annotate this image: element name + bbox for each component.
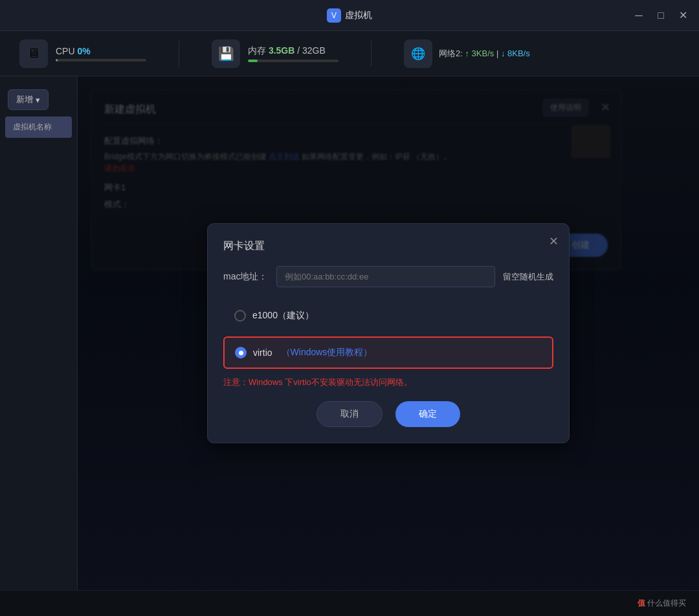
virtio-link[interactable]: （Windows使用教程）: [282, 347, 373, 358]
app-icon: V: [327, 8, 341, 23]
cancel-button[interactable]: 取消: [316, 401, 383, 427]
network-down: ↓ 8KB/s: [501, 49, 530, 58]
title-bar: V 虚拟机 ─ □ ✕: [0, 0, 699, 31]
ram-label: 内存 3.5GB / 32GB: [248, 45, 338, 57]
app-title-text: 虚拟机: [345, 10, 372, 21]
modal-footer: 取消 确定: [223, 401, 553, 427]
mac-random-button[interactable]: 留空随机生成: [503, 271, 553, 283]
ram-used: 3.5GB: [269, 45, 294, 56]
divider-1: [179, 41, 179, 67]
maximize-button[interactable]: □: [655, 10, 667, 21]
ram-status: 💾 内存 3.5GB / 32GB: [212, 39, 338, 68]
modal-title: 网卡设置: [223, 239, 553, 253]
divider-2: [371, 41, 372, 67]
network-label: 网络2:: [439, 49, 463, 58]
minimize-button[interactable]: ─: [633, 10, 645, 21]
new-vm-button[interactable]: 新增 ▾: [8, 89, 49, 110]
cpu-info: CPU 0%: [56, 46, 146, 61]
modal-overlay: 网卡设置 ✕ mac地址： 留空随机生成 e1000（建议） virtio: [78, 76, 699, 590]
sidebar: 新增 ▾ 虚拟机名称: [0, 76, 78, 590]
ram-total: 32GB: [302, 45, 326, 56]
ram-progress-bar: [248, 60, 338, 62]
ram-progress-fill: [248, 60, 258, 62]
main-content: 新增 ▾ 虚拟机名称 新建虚拟机 使用说明 ✕ 配置虚拟网络： Bridge模式…: [0, 76, 699, 590]
cpu-icon: 🖥: [19, 39, 48, 68]
close-button[interactable]: ✕: [677, 10, 689, 21]
radio-e1000-label: e1000（建议）: [252, 310, 314, 322]
network-status: 🌐 网络2: ↑ 3KB/s | ↓ 8KB/s: [404, 39, 530, 68]
mac-label: mac地址：: [223, 271, 269, 283]
status-bar: 🖥 CPU 0% 💾 内存 3.5GB / 32GB 🌐 网络2: ↑ 3KB/: [0, 31, 699, 76]
modal-close-button[interactable]: ✕: [549, 234, 559, 248]
cpu-label: CPU 0%: [56, 46, 146, 56]
ram-info: 内存 3.5GB / 32GB: [248, 45, 338, 62]
network-info: 网络2: ↑ 3KB/s | ↓ 8KB/s: [439, 48, 530, 60]
radio-e1000[interactable]: e1000（建议）: [223, 300, 553, 331]
network-up: ↑ 3KB/s: [465, 49, 494, 58]
mac-input[interactable]: [276, 266, 495, 287]
nic-settings-modal: 网卡设置 ✕ mac地址： 留空随机生成 e1000（建议） virtio: [207, 223, 570, 443]
watermark-logo: 值: [638, 599, 645, 608]
cpu-value: 0%: [77, 46, 90, 56]
radio-e1000-indicator: [234, 310, 246, 322]
confirm-button[interactable]: 确定: [395, 401, 460, 427]
network-icon: 🌐: [404, 39, 432, 68]
sidebar-tab-vm-name[interactable]: 虚拟机名称: [5, 116, 72, 138]
radio-virtio-label: virtio: [253, 347, 272, 358]
radio-virtio-indicator: [235, 347, 247, 358]
ram-icon: 💾: [212, 39, 240, 68]
watermark: 值 什么值得买: [638, 598, 686, 609]
radio-virtio[interactable]: virtio （Windows使用教程）: [223, 336, 553, 369]
page-area: 新建虚拟机 使用说明 ✕ 配置虚拟网络： Bridge模式下方为网口切换为桥接模…: [78, 76, 699, 590]
cpu-progress-fill: [56, 59, 58, 61]
virtio-warning: 注意：Windows 下virtio不安装驱动无法访问网络。: [223, 377, 553, 388]
cpu-progress-bar: [56, 59, 146, 61]
cpu-status: 🖥 CPU 0%: [19, 39, 146, 68]
app-title: V 虚拟机: [327, 8, 372, 23]
watermark-text: 什么值得买: [647, 599, 686, 608]
app-footer: 值 什么值得买: [0, 590, 699, 616]
mac-row: mac地址： 留空随机生成: [223, 266, 553, 287]
window-controls: ─ □ ✕: [633, 10, 689, 21]
